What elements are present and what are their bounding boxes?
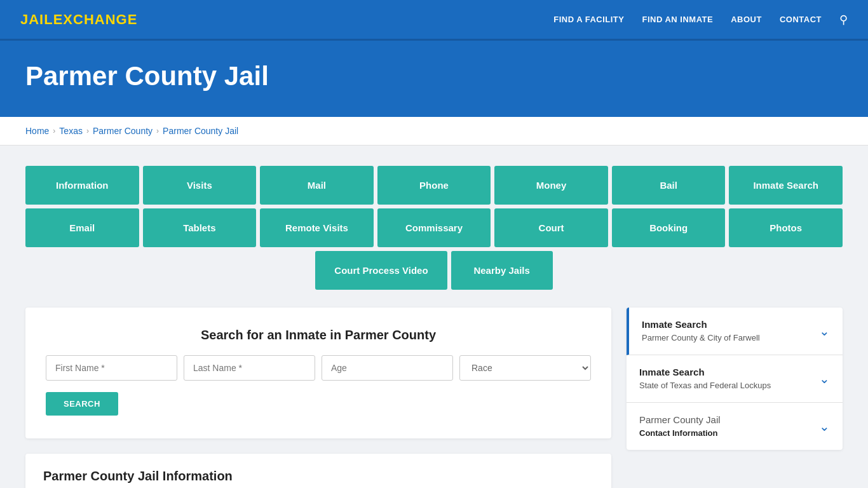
sidebar-item-sub-2: State of Texas and Federal Lockups <box>639 381 771 390</box>
main-content: Information Visits Mail Phone Money Bail… <box>0 146 868 488</box>
btn-mail[interactable]: Mail <box>260 166 374 205</box>
info-section-title: Parmer County Jail Information <box>43 469 593 488</box>
nav-about[interactable]: ABOUT <box>731 15 762 24</box>
search-button[interactable]: SEARCH <box>46 392 118 416</box>
sidebar-item-inmate-search-parmer[interactable]: Inmate Search Parmer County & City of Fa… <box>627 308 843 355</box>
sidebar-item-text-2: Inmate Search State of Texas and Federal… <box>639 367 813 391</box>
btn-court-process-video[interactable]: Court Process Video <box>315 251 447 290</box>
page-title: Parmer County Jail <box>25 61 843 92</box>
btn-nearby-jails[interactable]: Nearby Jails <box>451 251 553 290</box>
sidebar-item-title-3: Parmer County Jail <box>639 414 813 425</box>
btn-visits[interactable]: Visits <box>143 166 257 205</box>
search-inputs: Race White Black Hispanic Asian Other <box>46 355 591 381</box>
info-section: Parmer County Jail Information <box>25 454 611 488</box>
last-name-input[interactable] <box>184 355 315 381</box>
sidebar-item-sub-1: Parmer County & City of Farwell <box>642 333 760 342</box>
btn-remote-visits[interactable]: Remote Visits <box>260 208 374 247</box>
age-input[interactable] <box>322 355 453 381</box>
btn-court[interactable]: Court <box>494 208 608 247</box>
sidebar-item-inmate-search-texas[interactable]: Inmate Search State of Texas and Federal… <box>627 355 843 403</box>
breadcrumb-parmer-county[interactable]: Parmer County <box>93 126 153 136</box>
btn-information[interactable]: Information <box>25 166 139 205</box>
btn-photos[interactable]: Photos <box>729 208 843 247</box>
breadcrumb-current: Parmer County Jail <box>163 126 238 136</box>
sidebar-item-title-2: Inmate Search <box>639 367 813 377</box>
nav-find-inmate[interactable]: FIND AN INMATE <box>642 15 713 24</box>
grid-row-1: Information Visits Mail Phone Money Bail… <box>25 166 843 205</box>
hero-section: Parmer County Jail <box>0 41 868 117</box>
grid-row-3: Court Process Video Nearby Jails <box>25 251 843 290</box>
sidebar-item-text-1: Inmate Search Parmer County & City of Fa… <box>642 319 813 343</box>
btn-bail[interactable]: Bail <box>612 166 726 205</box>
search-form-box: Search for an Inmate in Parmer County Ra… <box>25 308 611 438</box>
bottom-section: Search for an Inmate in Parmer County Ra… <box>25 308 843 488</box>
breadcrumb-home[interactable]: Home <box>25 126 49 136</box>
breadcrumb-bar: Home › Texas › Parmer County › Parmer Co… <box>0 117 868 146</box>
breadcrumb: Home › Texas › Parmer County › Parmer Co… <box>25 126 843 136</box>
btn-inmate-search[interactable]: Inmate Search <box>729 166 843 205</box>
logo-exchange: EXCHANGE <box>53 11 138 27</box>
sidebar-item-sub-3: Contact Information <box>639 428 718 438</box>
search-icon[interactable]: ⚲ <box>839 13 848 27</box>
logo-jail: JAIL <box>20 11 53 27</box>
btn-tablets[interactable]: Tablets <box>143 208 257 247</box>
nav-contact[interactable]: CONTACT <box>780 15 822 24</box>
chevron-icon-2: ⌄ <box>819 371 830 386</box>
sidebar-item-text-3: Parmer County Jail Contact Information <box>639 414 813 438</box>
sidebar-card: Inmate Search Parmer County & City of Fa… <box>627 308 843 450</box>
nav-links: FIND A FACILITY FIND AN INMATE ABOUT CON… <box>553 13 848 27</box>
sidebar-item-contact[interactable]: Parmer County Jail Contact Information ⌄ <box>627 403 843 450</box>
breadcrumb-sep-1: › <box>53 126 55 135</box>
btn-phone[interactable]: Phone <box>377 166 491 205</box>
breadcrumb-sep-2: › <box>86 126 89 135</box>
chevron-icon-1: ⌄ <box>819 323 830 339</box>
first-name-input[interactable] <box>46 355 177 381</box>
chevron-icon-3: ⌄ <box>819 419 830 434</box>
btn-money[interactable]: Money <box>494 166 608 205</box>
btn-booking[interactable]: Booking <box>612 208 726 247</box>
breadcrumb-sep-3: › <box>156 126 159 135</box>
btn-commissary[interactable]: Commissary <box>377 208 491 247</box>
grid-row-2: Email Tablets Remote Visits Commissary C… <box>25 208 843 247</box>
sidebar: Inmate Search Parmer County & City of Fa… <box>627 308 843 450</box>
main-nav: JAILEXCHANGE FIND A FACILITY FIND AN INM… <box>0 0 868 41</box>
search-form-title: Search for an Inmate in Parmer County <box>46 328 591 342</box>
race-select[interactable]: Race White Black Hispanic Asian Other <box>459 355 591 381</box>
site-logo[interactable]: JAILEXCHANGE <box>20 11 137 28</box>
btn-email[interactable]: Email <box>25 208 139 247</box>
nav-find-facility[interactable]: FIND A FACILITY <box>553 15 624 24</box>
sidebar-item-title-1: Inmate Search <box>642 319 813 330</box>
breadcrumb-texas[interactable]: Texas <box>59 126 83 136</box>
